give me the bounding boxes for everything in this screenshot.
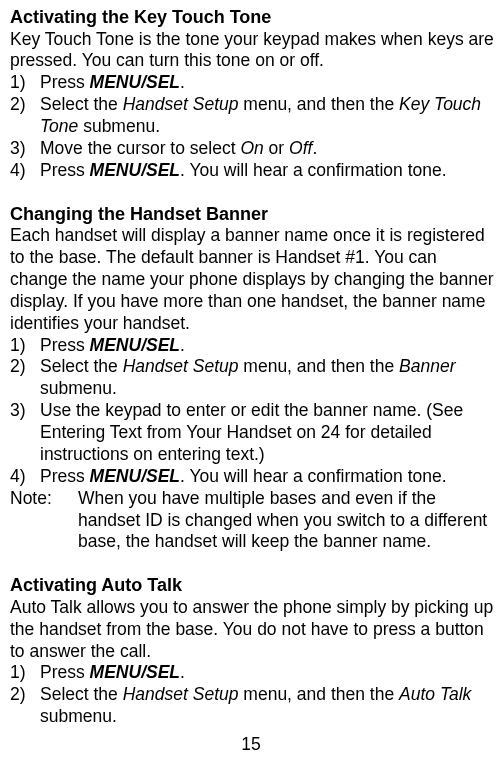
heading-handset-banner: Changing the Handset Banner [10, 203, 494, 226]
step-1: 1) Press MENU/SEL. [10, 335, 494, 357]
step-text: menu, and then the [238, 684, 399, 704]
heading-key-touch-tone: Activating the Key Touch Tone [10, 6, 494, 29]
step-2: 2) Select the Handset Setup menu, and th… [10, 94, 494, 138]
steps-key-touch-tone: 1) Press MENU/SEL. 2) Select the Handset… [10, 72, 494, 181]
section-auto-talk: Activating Auto Talk Auto Talk allows yo… [10, 574, 494, 728]
step-3: 3) Use the keypad to enter or edit the b… [10, 400, 494, 466]
step-text: Press [40, 662, 90, 682]
step-text: Press [40, 335, 90, 355]
step-text: Select the [40, 356, 123, 376]
step-text: . [180, 72, 185, 92]
step-text: menu, and then the [238, 356, 399, 376]
option-off: Off [289, 138, 312, 158]
step-text: . You will hear a confirmation tone. [180, 160, 447, 180]
step-number: 1) [10, 335, 26, 357]
step-2: 2) Select the Handset Setup menu, and th… [10, 684, 494, 728]
note-label: Note: [10, 488, 78, 554]
step-text: Use the keypad to enter or edit the bann… [40, 400, 463, 464]
step-number: 1) [10, 662, 26, 684]
step-text: Select the [40, 684, 123, 704]
step-text: submenu. [40, 706, 117, 726]
menu-sel-label: MENU/SEL [90, 466, 180, 486]
steps-auto-talk: 1) Press MENU/SEL. 2) Select the Handset… [10, 662, 494, 728]
menu-name: Handset Setup [123, 356, 239, 376]
step-number: 3) [10, 400, 26, 422]
step-number: 4) [10, 160, 26, 182]
step-number: 2) [10, 94, 26, 116]
option-on: On [240, 138, 263, 158]
step-text: or [264, 138, 289, 158]
page-number: 15 [0, 734, 502, 756]
step-1: 1) Press MENU/SEL. [10, 662, 494, 684]
intro-key-touch-tone: Key Touch Tone is the tone your keypad m… [10, 29, 494, 73]
menu-sel-label: MENU/SEL [90, 662, 180, 682]
intro-handset-banner: Each handset will display a banner name … [10, 225, 494, 334]
step-text: submenu. [40, 378, 117, 398]
step-3: 3) Move the cursor to select On or Off. [10, 138, 494, 160]
step-text: . You will hear a confirmation tone. [180, 466, 447, 486]
step-4: 4) Press MENU/SEL. You will hear a confi… [10, 160, 494, 182]
note-text: When you have multiple bases and even if… [78, 488, 494, 554]
step-text: Move the cursor to select [40, 138, 240, 158]
submenu-name: Banner [399, 356, 455, 376]
step-number: 2) [10, 684, 26, 706]
steps-handset-banner: 1) Press MENU/SEL. 2) Select the Handset… [10, 335, 494, 488]
step-2: 2) Select the Handset Setup menu, and th… [10, 356, 494, 400]
submenu-name: Auto Talk [399, 684, 471, 704]
step-text: Press [40, 72, 90, 92]
menu-sel-label: MENU/SEL [90, 72, 180, 92]
step-text: . [312, 138, 317, 158]
step-number: 3) [10, 138, 26, 160]
note-block: Note: When you have multiple bases and e… [10, 488, 494, 554]
step-text: submenu. [78, 116, 160, 136]
heading-auto-talk: Activating Auto Talk [10, 574, 494, 597]
intro-auto-talk: Auto Talk allows you to answer the phone… [10, 597, 494, 663]
step-4: 4) Press MENU/SEL. You will hear a confi… [10, 466, 494, 488]
step-text: menu, and then the [238, 94, 399, 114]
step-text: Press [40, 466, 90, 486]
step-text: Press [40, 160, 90, 180]
menu-sel-label: MENU/SEL [90, 335, 180, 355]
step-text: Select the [40, 94, 123, 114]
section-handset-banner: Changing the Handset Banner Each handset… [10, 203, 494, 554]
step-number: 1) [10, 72, 26, 94]
section-key-touch-tone: Activating the Key Touch Tone Key Touch … [10, 6, 494, 182]
step-text: . [180, 335, 185, 355]
menu-name: Handset Setup [123, 684, 239, 704]
step-1: 1) Press MENU/SEL. [10, 72, 494, 94]
step-number: 2) [10, 356, 26, 378]
menu-sel-label: MENU/SEL [90, 160, 180, 180]
menu-name: Handset Setup [123, 94, 239, 114]
step-number: 4) [10, 466, 26, 488]
step-text: . [180, 662, 185, 682]
